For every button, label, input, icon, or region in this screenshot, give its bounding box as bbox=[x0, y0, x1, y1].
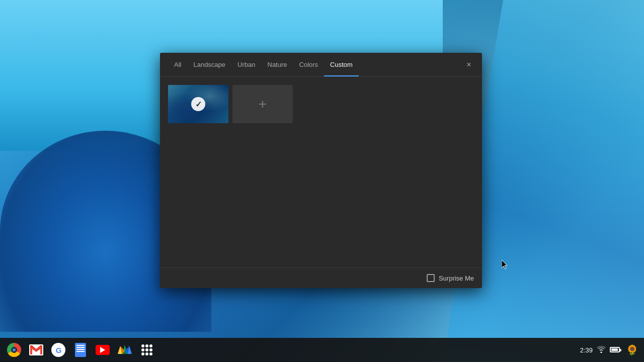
google-icon: G bbox=[51, 343, 65, 357]
sunflower-icon: 🌻 bbox=[626, 344, 638, 356]
tab-urban[interactable]: Urban bbox=[231, 53, 261, 76]
wallpaper-dialog: All Landscape Urban Nature Colors Custom… bbox=[160, 53, 482, 288]
taskbar-apps: G bbox=[4, 340, 580, 360]
taskbar-app-drawer[interactable] bbox=[137, 340, 157, 360]
youtube-icon bbox=[96, 345, 110, 355]
taskbar-app-youtube[interactable] bbox=[93, 340, 113, 360]
surprise-me-control[interactable]: Surprise Me bbox=[427, 274, 474, 282]
tab-all[interactable]: All bbox=[168, 53, 187, 76]
selected-overlay: ✓ bbox=[168, 85, 228, 123]
taskbar: G bbox=[0, 338, 644, 362]
tab-colors[interactable]: Colors bbox=[293, 53, 325, 76]
chrome-icon bbox=[7, 343, 21, 357]
taskbar-app-drive[interactable] bbox=[115, 340, 135, 360]
battery-icon bbox=[610, 346, 620, 354]
docs-icon bbox=[75, 343, 86, 357]
wallpaper-grid: ✓ + bbox=[168, 85, 474, 123]
taskbar-app-chrome[interactable] bbox=[4, 340, 24, 360]
taskbar-app-docs[interactable] bbox=[70, 340, 91, 360]
wallpaper-thumb-add[interactable]: + bbox=[232, 85, 293, 123]
wifi-icon bbox=[597, 346, 606, 354]
taskbar-app-google[interactable]: G bbox=[48, 340, 68, 360]
tab-custom[interactable]: Custom bbox=[324, 53, 359, 76]
tab-nature[interactable]: Nature bbox=[262, 53, 293, 76]
drive-icon bbox=[118, 344, 132, 356]
taskbar-app-wallpaper[interactable]: 🌻 bbox=[624, 342, 640, 358]
dialog-content: ✓ + bbox=[160, 77, 482, 267]
tab-landscape[interactable]: Landscape bbox=[187, 53, 231, 76]
app-drawer-icon bbox=[141, 344, 152, 355]
taskbar-time: 2:39 bbox=[580, 346, 593, 354]
gmail-icon bbox=[29, 344, 43, 355]
surprise-me-label: Surprise Me bbox=[439, 275, 474, 282]
taskbar-status: 2:39 🌻 bbox=[580, 342, 640, 358]
wallpaper-thumb-current[interactable]: ✓ bbox=[168, 85, 228, 123]
taskbar-app-gmail[interactable] bbox=[26, 340, 46, 360]
dialog-tabs: All Landscape Urban Nature Colors Custom… bbox=[160, 53, 482, 77]
dialog-footer: Surprise Me bbox=[160, 267, 482, 288]
surprise-me-checkbox[interactable] bbox=[427, 274, 435, 282]
checkmark-icon: ✓ bbox=[191, 97, 205, 111]
close-button[interactable]: × bbox=[462, 58, 476, 72]
